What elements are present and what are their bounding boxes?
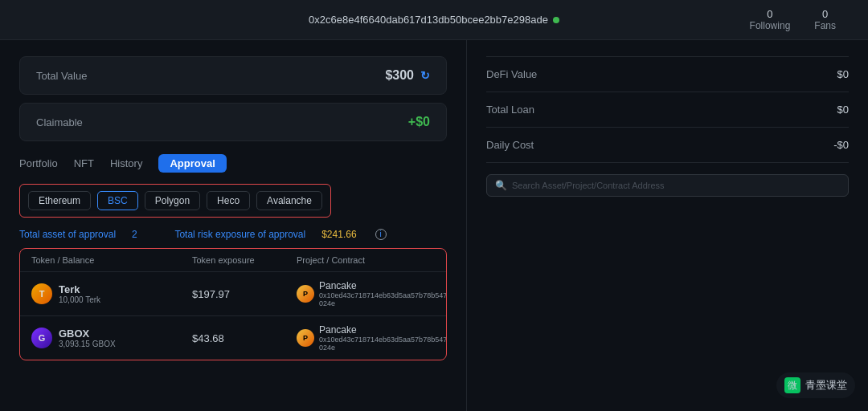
search-bar[interactable]: 🔍 <box>486 174 849 197</box>
approval-stats-row: Total asset of approval 2 Total risk exp… <box>19 229 447 240</box>
following-label: Following <box>750 20 791 31</box>
chain-btn-avalanche[interactable]: Avalanche <box>256 191 322 210</box>
following-count: 0 <box>767 8 772 20</box>
gbox-exposure: $43.68 <box>192 332 297 344</box>
header: 0x2c6e8e4f6640dab617d13db50bcee2bb7e298a… <box>0 0 868 40</box>
refresh-icon[interactable]: ↻ <box>420 69 430 82</box>
claimable-value: +$0 <box>408 115 430 129</box>
daily-cost-value: -$0 <box>833 139 849 151</box>
col-exposure: Token exposure <box>192 255 297 265</box>
terk-info: Terk 10,000 Terk <box>59 283 100 304</box>
wallet-status-dot <box>553 17 559 23</box>
terk-project-info: Pancake 0x10ed43c718714eb63d5aa57b78b547… <box>319 280 447 307</box>
claimable-label: Claimable <box>36 116 83 128</box>
following-stat[interactable]: 0 Following <box>750 8 791 31</box>
fans-label: Fans <box>814 20 836 31</box>
gbox-project-cell: P Pancake 0x10ed43c718714eb63d5aa57b78b5… <box>297 324 447 352</box>
terk-project-name: Pancake <box>319 280 447 291</box>
daily-cost-label: Daily Cost <box>486 139 534 151</box>
gbox-project-name: Pancake <box>319 324 447 336</box>
terk-balance: 10,000 Terk <box>59 295 100 304</box>
terk-name: Terk <box>59 283 100 295</box>
pancake-icon-1: P <box>297 285 314 303</box>
search-icon: 🔍 <box>495 180 507 191</box>
chain-btn-polygon[interactable]: Polygon <box>145 191 200 210</box>
gbox-balance: 3,093.15 GBOX <box>59 340 116 348</box>
total-loan-card: Total Loan $0 <box>486 92 849 128</box>
table-row: T Terk 10,000 Terk $197.97 P Pancake 0x1… <box>20 272 446 316</box>
search-input[interactable] <box>512 181 840 190</box>
table-row: G GBOX 3,093.15 GBOX $43.68 P Pancake 0x… <box>20 316 446 360</box>
total-asset-label: Total asset of approval <box>19 229 116 240</box>
right-panel: DeFi Value $0 Total Loan $0 Daily Cost -… <box>466 40 868 411</box>
tab-history[interactable]: History <box>110 154 142 173</box>
defi-value-card: DeFi Value $0 <box>486 56 849 92</box>
total-value-label: Total Value <box>36 70 87 82</box>
header-stats: 0 Following 0 Fans <box>750 8 836 31</box>
info-icon[interactable]: i <box>375 229 387 240</box>
total-asset-count: 2 <box>132 229 137 240</box>
wallet-address-text: 0x2c6e8e4f6640dab617d13db50bcee2bb7e298a… <box>309 14 548 26</box>
fans-count: 0 <box>822 8 828 20</box>
approval-table: Token / Balance Token exposure Project /… <box>19 248 447 360</box>
defi-value: $0 <box>837 68 849 80</box>
watermark-text: 青墨课堂 <box>805 378 847 393</box>
col-token: Token / Balance <box>31 255 192 265</box>
gbox-name: GBOX <box>59 328 116 340</box>
chain-buttons-group: Ethereum BSC Polygon Heco Avalanche <box>19 184 331 218</box>
defi-value-label: DeFi Value <box>486 68 537 80</box>
token-cell-gbox: G GBOX 3,093.15 GBOX <box>31 328 192 348</box>
gbox-contract: 0x10ed43c718714eb63d5aa57b78b54704e25602… <box>319 336 447 352</box>
risk-exposure-value: $241.66 <box>321 229 356 240</box>
chain-btn-bsc[interactable]: BSC <box>97 191 138 210</box>
total-value-amount: $300 <box>385 68 414 83</box>
tab-portfolio[interactable]: Portfolio <box>19 154 58 173</box>
terk-contract: 0x10ed43c718714eb63d5aa57b78b54704e25602… <box>319 291 447 307</box>
tab-nft[interactable]: NFT <box>74 154 94 173</box>
gbox-icon: G <box>31 328 52 348</box>
daily-cost-card: Daily Cost -$0 <box>486 128 849 163</box>
col-project: Project / Contract <box>297 255 447 265</box>
fans-stat[interactable]: 0 Fans <box>814 8 836 31</box>
wechat-icon: 微 <box>784 377 800 393</box>
pancake-icon-2: P <box>297 329 314 347</box>
chain-btn-heco[interactable]: Heco <box>207 191 250 210</box>
risk-exposure-label: Total risk exposure of approval <box>174 229 305 240</box>
tab-bar: Portfolio NFT History Approval <box>19 154 447 173</box>
terk-project-cell: P Pancake 0x10ed43c718714eb63d5aa57b78b5… <box>297 280 447 307</box>
wallet-address-bar: 0x2c6e8e4f6640dab617d13db50bcee2bb7e298a… <box>309 14 559 26</box>
left-panel: Total Value $300 ↻ Claimable +$0 Portfol… <box>0 40 466 411</box>
terk-icon: T <box>31 283 52 304</box>
gbox-project-info: Pancake 0x10ed43c718714eb63d5aa57b78b547… <box>319 324 447 352</box>
total-value-card: Total Value $300 ↻ <box>19 56 447 95</box>
watermark: 微 青墨课堂 <box>776 372 855 398</box>
total-loan-label: Total Loan <box>486 104 534 116</box>
chain-btn-ethereum[interactable]: Ethereum <box>28 191 91 210</box>
tab-approval[interactable]: Approval <box>158 154 226 173</box>
token-cell-terk: T Terk 10,000 Terk <box>31 283 192 304</box>
claimable-card: Claimable +$0 <box>19 103 447 141</box>
gbox-info: GBOX 3,093.15 GBOX <box>59 328 116 348</box>
table-header: Token / Balance Token exposure Project /… <box>20 249 446 272</box>
total-value-display: $300 ↻ <box>385 68 430 83</box>
total-loan-value: $0 <box>837 104 849 116</box>
terk-exposure: $197.97 <box>192 288 297 300</box>
main-container: Total Value $300 ↻ Claimable +$0 Portfol… <box>0 40 868 411</box>
